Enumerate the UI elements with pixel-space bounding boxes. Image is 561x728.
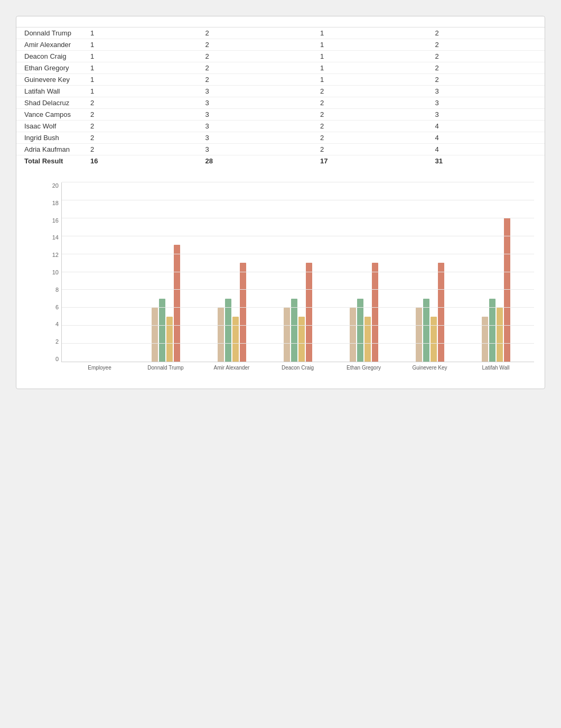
cell-knowledge: 2 (85, 97, 200, 109)
cell-initiative: 3 (430, 97, 545, 109)
cell-quality: 3 (200, 121, 315, 132)
bar-group (199, 263, 265, 362)
bar (166, 317, 173, 362)
bar (284, 308, 290, 362)
bar-group-bars (265, 263, 331, 362)
total-label: Total Result (16, 155, 85, 167)
cell-quality: 3 (200, 144, 315, 155)
table-row: Ingrid Bush 2 3 2 4 (16, 132, 545, 144)
total-knowledge: 16 (85, 155, 200, 167)
y-label: 18 (43, 200, 61, 206)
cell-knowledge: 2 (85, 132, 200, 144)
chart-inner (61, 182, 534, 362)
cell-quality: 3 (200, 86, 315, 97)
bar (350, 308, 356, 362)
table-row: Shad Delacruz 2 3 2 3 (16, 97, 545, 109)
y-label: 6 (43, 304, 61, 310)
col-initiative (430, 23, 545, 27)
y-label: 14 (43, 234, 61, 241)
cell-employee: Latifah Wall (16, 86, 85, 97)
cell-initiative: 4 (430, 132, 545, 144)
bar (431, 317, 437, 362)
table-row: Isaac Wolf 2 3 2 4 (16, 121, 545, 132)
cell-quality: 3 (200, 109, 315, 121)
cell-initiative: 2 (430, 51, 545, 62)
grid-line (62, 236, 534, 236)
bars-container (62, 182, 534, 362)
y-label: 20 (43, 182, 61, 189)
bar (298, 317, 305, 362)
table-row: Adria Kaufman 2 3 2 4 (16, 144, 545, 155)
bar (306, 263, 312, 362)
table-row: Donnald Trump 1 2 1 2 (16, 27, 545, 39)
cell-employee: Donnald Trump (16, 27, 85, 39)
bar (423, 299, 429, 362)
bar-group (331, 263, 397, 362)
cell-employee: Shad Delacruz (16, 97, 85, 109)
y-axis: 02468101214161820 (43, 182, 61, 362)
bar (218, 308, 224, 362)
bar-group (133, 245, 199, 362)
cell-knowledge: 1 (85, 62, 200, 74)
table-row: Amir Alexander 1 2 1 2 (16, 39, 545, 51)
grid-line (62, 307, 534, 308)
cell-attendance: 1 (315, 51, 430, 62)
table-row: Vance Campos 2 3 2 3 (16, 109, 545, 121)
bar (364, 317, 371, 362)
table-row: Guinevere Key 1 2 1 2 (16, 74, 545, 86)
cell-employee: Ethan Gregory (16, 62, 85, 74)
y-label: 0 (43, 356, 61, 362)
cell-employee: Guinevere Key (16, 74, 85, 86)
cell-quality: 2 (200, 62, 315, 74)
bar (159, 299, 165, 362)
x-label: Donnald Trump (133, 365, 199, 371)
x-label: Guinevere Key (397, 365, 463, 371)
bar (438, 263, 444, 362)
total-initiative: 31 (430, 155, 545, 167)
x-label: Latifah Wall (463, 365, 529, 371)
bar (489, 299, 495, 362)
total-quality: 28 (200, 155, 315, 167)
cell-quality: 3 (200, 97, 315, 109)
cell-initiative: 2 (430, 27, 545, 39)
cell-attendance: 2 (315, 132, 430, 144)
cell-employee: Isaac Wolf (16, 121, 85, 132)
cell-attendance: 1 (315, 27, 430, 39)
cell-employee: Ingrid Bush (16, 132, 85, 144)
bar (497, 308, 503, 362)
cell-initiative: 3 (430, 86, 545, 97)
cell-quality: 2 (200, 27, 315, 39)
cell-employee: Amir Alexander (16, 39, 85, 51)
bar (232, 317, 239, 362)
table-section: Donnald Trump 1 2 1 2 Amir Alexander 1 2… (16, 16, 545, 167)
bar (482, 317, 488, 362)
table-row: Deacon Craig 1 2 1 2 (16, 51, 545, 62)
cell-knowledge: 1 (85, 51, 200, 62)
total-row: Total Result 16 28 17 31 (16, 155, 545, 167)
y-label: 16 (43, 217, 61, 224)
bar (416, 308, 422, 362)
table-row: Latifah Wall 1 3 2 3 (16, 86, 545, 97)
chart-area: 02468101214161820 EmployeeDonnald TrumpA… (43, 182, 534, 383)
total-attendance: 17 (315, 155, 430, 167)
grid-line (62, 289, 534, 290)
bar-group (265, 263, 331, 362)
x-label: Amir Alexander (199, 365, 265, 371)
cell-initiative: 4 (430, 121, 545, 132)
x-label: Employee (67, 365, 133, 371)
cell-quality: 2 (200, 51, 315, 62)
bar-group-bars (331, 263, 397, 362)
cell-knowledge: 1 (85, 74, 200, 86)
cell-initiative: 2 (430, 74, 545, 86)
cell-knowledge: 2 (85, 109, 200, 121)
cell-quality: 2 (200, 74, 315, 86)
cell-quality: 3 (200, 132, 315, 144)
cell-quality: 2 (200, 39, 315, 51)
cell-knowledge: 1 (85, 39, 200, 51)
grid-line (62, 272, 534, 272)
bar (240, 263, 246, 362)
y-label: 10 (43, 269, 61, 275)
bar-group-bars (397, 263, 463, 362)
cell-attendance: 2 (315, 121, 430, 132)
y-label: 12 (43, 252, 61, 258)
